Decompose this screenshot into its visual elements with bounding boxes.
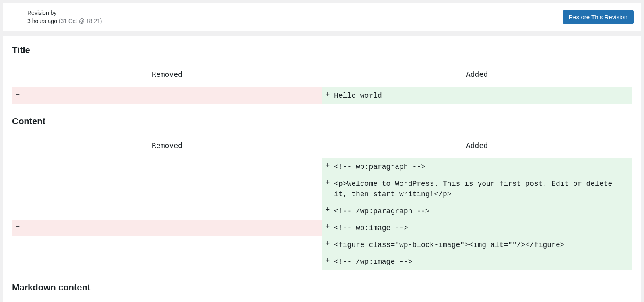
added-line: <figure class="wp-block-image"><img alt=… <box>333 236 632 253</box>
empty-marker <box>12 175 23 203</box>
empty-marker <box>12 236 23 253</box>
minus-icon: − <box>12 220 23 236</box>
plus-icon: + <box>322 87 333 104</box>
diff-row: −+<!-- wp:image --> <box>12 220 632 236</box>
restore-revision-button[interactable]: Restore This Revision <box>563 10 634 24</box>
added-line: Hello world! <box>333 87 632 104</box>
revision-meta: Revision by 3 hours ago (31 Oct @ 18:21) <box>27 9 102 25</box>
revision-header: Revision by 3 hours ago (31 Oct @ 18:21)… <box>3 3 641 31</box>
added-column-header: Added <box>322 134 632 158</box>
removed-line <box>23 87 322 104</box>
empty-cell <box>23 236 322 253</box>
revision-by-label: Revision by <box>27 9 102 17</box>
empty-cell <box>23 203 322 220</box>
diff-row: +<!-- wp:paragraph --> <box>12 158 632 175</box>
plus-icon: + <box>322 203 333 220</box>
empty-cell <box>23 175 322 203</box>
added-line: <!-- /wp:image --> <box>333 253 632 270</box>
empty-cell <box>23 253 322 270</box>
empty-marker <box>12 253 23 270</box>
revision-relative-time: 3 hours ago <box>27 18 57 24</box>
plus-icon: + <box>322 236 333 253</box>
empty-marker <box>12 203 23 220</box>
section-heading: Markdown content <box>12 282 632 293</box>
plus-icon: + <box>322 220 333 236</box>
added-column-header: Added <box>322 63 632 87</box>
diff-row: +<p>Welcome to WordPress. This is your f… <box>12 175 632 203</box>
revision-absolute-time: (31 Oct @ 18:21) <box>59 18 102 24</box>
removed-line <box>23 220 322 236</box>
revision-time-line: 3 hours ago (31 Oct @ 18:21) <box>27 17 102 25</box>
removed-column-header: Removed <box>12 134 322 158</box>
diff-row: +<!-- /wp:paragraph --> <box>12 203 632 220</box>
diff-panel: TitleRemovedAdded−+Hello world!ContentRe… <box>3 36 641 302</box>
removed-column-header: Removed <box>12 63 322 87</box>
diff-table: RemovedAdded+<!-- wp:paragraph -->+<p>We… <box>12 134 632 271</box>
added-line: <!-- wp:paragraph --> <box>333 158 632 175</box>
plus-icon: + <box>322 175 333 203</box>
section-heading: Title <box>12 45 632 55</box>
diff-row: −+Hello world! <box>12 87 632 104</box>
diff-table: RemovedAdded−+Hello world! <box>12 63 632 104</box>
diff-row: +<figure class="wp-block-image"><img alt… <box>12 236 632 253</box>
diff-row: +<!-- /wp:image --> <box>12 253 632 270</box>
plus-icon: + <box>322 253 333 270</box>
section-heading: Content <box>12 116 632 127</box>
plus-icon: + <box>322 158 333 175</box>
added-line: <!-- wp:image --> <box>333 220 632 236</box>
minus-icon: − <box>12 87 23 104</box>
empty-marker <box>12 158 23 175</box>
added-line: <p>Welcome to WordPress. This is your fi… <box>333 175 632 203</box>
added-line: <!-- /wp:paragraph --> <box>333 203 632 220</box>
empty-cell <box>23 158 322 175</box>
